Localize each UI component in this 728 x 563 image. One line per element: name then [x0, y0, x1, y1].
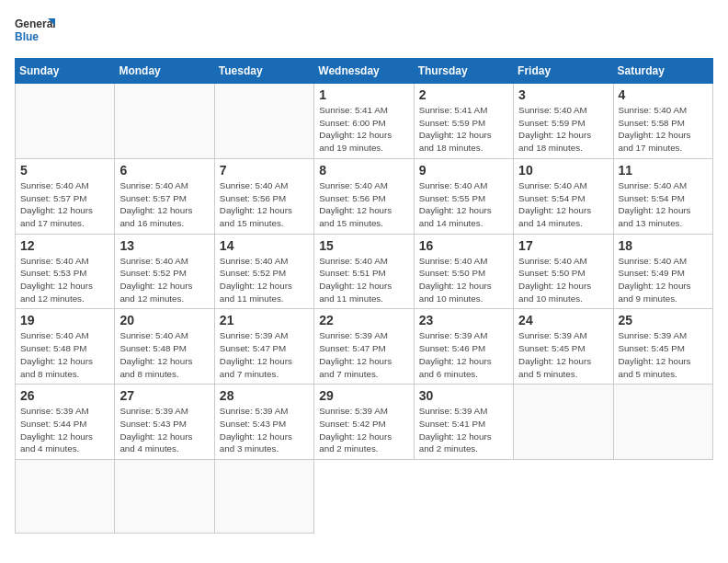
page-header: GeneralBlue	[15, 15, 713, 47]
calendar-day-cell: 24Sunrise: 5:39 AM Sunset: 5:45 PM Dayli…	[514, 309, 613, 385]
calendar-day-cell	[115, 84, 214, 159]
day-info: Sunrise: 5:40 AM Sunset: 5:50 PM Dayligh…	[518, 255, 608, 305]
calendar-day-cell: 13Sunrise: 5:40 AM Sunset: 5:52 PM Dayli…	[115, 234, 214, 309]
day-info: Sunrise: 5:40 AM Sunset: 5:48 PM Dayligh…	[20, 329, 109, 380]
day-number: 3	[518, 87, 608, 102]
day-number: 28	[220, 388, 309, 403]
calendar-day-cell: 8Sunrise: 5:40 AM Sunset: 5:56 PM Daylig…	[314, 158, 414, 234]
calendar-day-cell: 10Sunrise: 5:40 AM Sunset: 5:54 PM Dayli…	[514, 158, 613, 234]
calendar-day-cell: 15Sunrise: 5:40 AM Sunset: 5:51 PM Dayli…	[314, 234, 414, 309]
calendar-day-cell: 7Sunrise: 5:40 AM Sunset: 5:56 PM Daylig…	[214, 158, 313, 234]
calendar-week-row: 26Sunrise: 5:39 AM Sunset: 5:44 PM Dayli…	[16, 385, 713, 460]
weekday-header: Saturday	[613, 59, 712, 84]
calendar-day-cell: 25Sunrise: 5:39 AM Sunset: 5:45 PM Dayli…	[613, 309, 712, 385]
day-number: 30	[419, 388, 508, 403]
weekday-header: Tuesday	[214, 59, 313, 84]
calendar-day-cell	[115, 460, 214, 534]
svg-text:Blue: Blue	[15, 30, 39, 43]
calendar-day-cell: 9Sunrise: 5:40 AM Sunset: 5:55 PM Daylig…	[414, 158, 513, 234]
day-info: Sunrise: 5:40 AM Sunset: 5:54 PM Dayligh…	[518, 179, 608, 230]
calendar-day-cell: 11Sunrise: 5:40 AM Sunset: 5:54 PM Dayli…	[613, 158, 712, 234]
day-info: Sunrise: 5:40 AM Sunset: 5:48 PM Dayligh…	[119, 329, 209, 380]
day-number: 14	[220, 238, 309, 253]
day-info: Sunrise: 5:39 AM Sunset: 5:47 PM Dayligh…	[319, 329, 408, 380]
day-info: Sunrise: 5:40 AM Sunset: 5:51 PM Dayligh…	[319, 255, 408, 305]
calendar-day-cell	[16, 84, 115, 159]
weekday-header: Sunday	[16, 59, 115, 84]
calendar-day-cell: 26Sunrise: 5:39 AM Sunset: 5:44 PM Dayli…	[16, 385, 115, 460]
day-number: 29	[319, 388, 408, 403]
calendar-day-cell	[16, 460, 115, 534]
day-number: 12	[20, 238, 109, 253]
day-number: 15	[319, 238, 408, 253]
calendar-day-cell: 12Sunrise: 5:40 AM Sunset: 5:53 PM Dayli…	[16, 234, 115, 309]
day-info: Sunrise: 5:39 AM Sunset: 5:46 PM Dayligh…	[419, 329, 508, 380]
day-info: Sunrise: 5:40 AM Sunset: 5:55 PM Dayligh…	[419, 179, 508, 230]
calendar-day-cell: 5Sunrise: 5:40 AM Sunset: 5:57 PM Daylig…	[16, 158, 115, 234]
logo-icon: GeneralBlue	[15, 15, 61, 47]
day-number: 11	[619, 163, 708, 178]
day-info: Sunrise: 5:40 AM Sunset: 5:52 PM Dayligh…	[220, 255, 309, 305]
day-info: Sunrise: 5:39 AM Sunset: 5:44 PM Dayligh…	[20, 405, 109, 455]
calendar-day-cell: 4Sunrise: 5:40 AM Sunset: 5:58 PM Daylig…	[613, 84, 712, 159]
calendar-day-cell: 23Sunrise: 5:39 AM Sunset: 5:46 PM Dayli…	[414, 309, 513, 385]
calendar-day-cell	[613, 385, 712, 460]
day-number: 19	[20, 313, 109, 327]
calendar-week-row: 1Sunrise: 5:41 AM Sunset: 6:00 PM Daylig…	[16, 84, 713, 159]
day-info: Sunrise: 5:40 AM Sunset: 5:52 PM Dayligh…	[119, 255, 209, 305]
day-info: Sunrise: 5:40 AM Sunset: 5:53 PM Dayligh…	[20, 255, 109, 305]
calendar-day-cell: 17Sunrise: 5:40 AM Sunset: 5:50 PM Dayli…	[514, 234, 613, 309]
day-info: Sunrise: 5:40 AM Sunset: 5:59 PM Dayligh…	[518, 104, 608, 155]
calendar-day-cell: 1Sunrise: 5:41 AM Sunset: 6:00 PM Daylig…	[314, 84, 414, 159]
day-number: 27	[119, 388, 209, 403]
day-info: Sunrise: 5:40 AM Sunset: 5:56 PM Dayligh…	[319, 179, 408, 230]
day-info: Sunrise: 5:41 AM Sunset: 5:59 PM Dayligh…	[419, 104, 508, 155]
day-info: Sunrise: 5:40 AM Sunset: 5:49 PM Dayligh…	[619, 255, 708, 305]
day-number: 22	[319, 313, 408, 327]
day-number: 20	[119, 313, 209, 327]
day-info: Sunrise: 5:40 AM Sunset: 5:57 PM Dayligh…	[119, 179, 209, 230]
day-info: Sunrise: 5:39 AM Sunset: 5:43 PM Dayligh…	[119, 405, 209, 455]
day-info: Sunrise: 5:41 AM Sunset: 6:00 PM Dayligh…	[319, 104, 408, 155]
weekday-header: Wednesday	[314, 59, 414, 84]
day-info: Sunrise: 5:40 AM Sunset: 5:50 PM Dayligh…	[419, 255, 508, 305]
calendar-day-cell: 6Sunrise: 5:40 AM Sunset: 5:57 PM Daylig…	[115, 158, 214, 234]
calendar-day-cell	[514, 385, 613, 460]
day-number: 23	[419, 313, 508, 327]
day-number: 1	[319, 87, 408, 102]
calendar-day-cell: 29Sunrise: 5:39 AM Sunset: 5:42 PM Dayli…	[314, 385, 414, 460]
calendar-week-row	[16, 460, 713, 534]
day-info: Sunrise: 5:39 AM Sunset: 5:42 PM Dayligh…	[319, 405, 408, 455]
calendar-day-cell	[214, 460, 313, 534]
calendar-day-cell: 2Sunrise: 5:41 AM Sunset: 5:59 PM Daylig…	[414, 84, 513, 159]
day-info: Sunrise: 5:39 AM Sunset: 5:45 PM Dayligh…	[619, 329, 708, 380]
day-info: Sunrise: 5:39 AM Sunset: 5:41 PM Dayligh…	[419, 405, 508, 455]
weekday-header: Friday	[514, 59, 613, 84]
calendar-day-cell: 21Sunrise: 5:39 AM Sunset: 5:47 PM Dayli…	[214, 309, 313, 385]
calendar-day-cell	[214, 84, 313, 159]
day-number: 5	[20, 163, 109, 178]
day-number: 2	[419, 87, 508, 102]
calendar-day-cell: 22Sunrise: 5:39 AM Sunset: 5:47 PM Dayli…	[314, 309, 414, 385]
calendar-day-cell: 14Sunrise: 5:40 AM Sunset: 5:52 PM Dayli…	[214, 234, 313, 309]
weekday-header: Monday	[115, 59, 214, 84]
day-number: 18	[619, 238, 708, 253]
day-number: 26	[20, 388, 109, 403]
calendar-day-cell: 30Sunrise: 5:39 AM Sunset: 5:41 PM Dayli…	[414, 385, 513, 460]
day-number: 10	[518, 163, 608, 178]
day-number: 4	[619, 87, 708, 102]
calendar-day-cell: 18Sunrise: 5:40 AM Sunset: 5:49 PM Dayli…	[613, 234, 712, 309]
day-number: 13	[119, 238, 209, 253]
calendar-day-cell: 28Sunrise: 5:39 AM Sunset: 5:43 PM Dayli…	[214, 385, 313, 460]
day-number: 21	[220, 313, 309, 327]
day-info: Sunrise: 5:39 AM Sunset: 5:45 PM Dayligh…	[518, 329, 608, 380]
day-info: Sunrise: 5:40 AM Sunset: 5:58 PM Dayligh…	[619, 104, 708, 155]
day-info: Sunrise: 5:39 AM Sunset: 5:43 PM Dayligh…	[220, 405, 309, 455]
day-number: 24	[518, 313, 608, 327]
day-number: 9	[419, 163, 508, 178]
calendar-day-cell: 19Sunrise: 5:40 AM Sunset: 5:48 PM Dayli…	[16, 309, 115, 385]
calendar-day-cell: 20Sunrise: 5:40 AM Sunset: 5:48 PM Dayli…	[115, 309, 214, 385]
calendar-day-cell: 27Sunrise: 5:39 AM Sunset: 5:43 PM Dayli…	[115, 385, 214, 460]
calendar-table: SundayMondayTuesdayWednesdayThursdayFrid…	[15, 58, 713, 534]
day-number: 16	[419, 238, 508, 253]
